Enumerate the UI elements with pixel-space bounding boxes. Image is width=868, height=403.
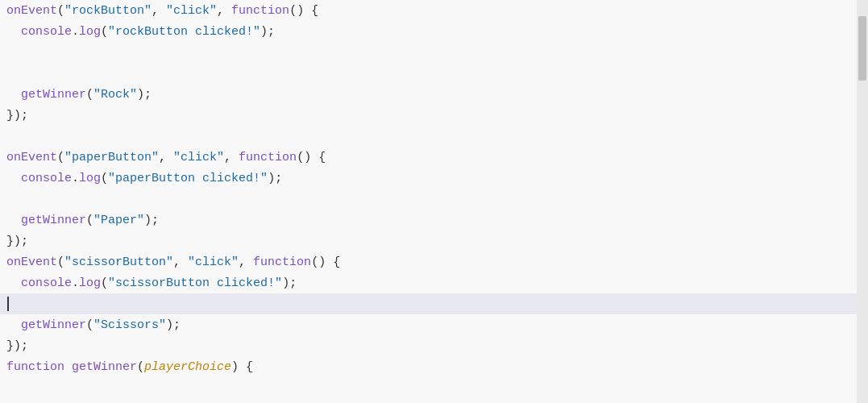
token-plain bbox=[6, 318, 21, 332]
token-kw-purple: console bbox=[21, 276, 72, 290]
code-line-11: getWinner("Paper"); bbox=[0, 210, 857, 231]
token-kw-purple: getWinner bbox=[21, 318, 86, 332]
token-plain: ( bbox=[101, 172, 108, 185]
scrollbar[interactable] bbox=[857, 0, 868, 403]
token-kw-purple: getWinner bbox=[72, 360, 137, 374]
code-line-1: onEvent("rockButton", "click", function(… bbox=[0, 0, 857, 21]
token-kw-purple: log bbox=[79, 276, 101, 290]
token-plain: ); bbox=[137, 88, 152, 102]
token-fn-purple: function bbox=[239, 151, 297, 164]
code-line-9: console.log("paperButton clicked!"); bbox=[0, 168, 857, 189]
token-plain: , bbox=[224, 151, 239, 164]
token-plain: ( bbox=[101, 25, 108, 39]
token-plain: , bbox=[159, 151, 173, 164]
code-line-4 bbox=[0, 63, 857, 84]
token-plain: . bbox=[72, 25, 79, 39]
token-plain: ( bbox=[86, 214, 93, 227]
code-line-15 bbox=[0, 293, 857, 314]
token-plain: ( bbox=[86, 318, 93, 332]
code-line-7 bbox=[0, 126, 857, 147]
code-line-3 bbox=[0, 42, 857, 63]
token-kw-purple: getWinner bbox=[21, 214, 86, 227]
token-plain: , bbox=[239, 256, 253, 269]
code-line-5: getWinner("Rock"); bbox=[0, 84, 857, 105]
token-str-blue: "rockButton clicked!" bbox=[108, 25, 260, 39]
code-content[interactable]: onEvent("rockButton", "click", function(… bbox=[0, 0, 857, 403]
token-str-blue: "rockButton" bbox=[64, 4, 152, 18]
token-kw-purple: onEvent bbox=[6, 256, 57, 269]
token-plain: () { bbox=[297, 151, 326, 164]
token-italic-orange: playerChoice bbox=[144, 360, 231, 374]
token-plain: , bbox=[152, 4, 166, 18]
token-str-blue: "paperButton" bbox=[64, 151, 159, 164]
token-plain bbox=[64, 360, 72, 374]
code-line-17: }); bbox=[0, 335, 857, 356]
token-kw-purple: console bbox=[21, 172, 72, 185]
token-kw-purple: log bbox=[79, 25, 101, 39]
token-plain: ); bbox=[260, 25, 275, 39]
token-kw-purple: getWinner bbox=[21, 88, 86, 102]
code-line-14: console.log("scissorButton clicked!"); bbox=[0, 272, 857, 293]
code-line-10 bbox=[0, 189, 857, 210]
code-line-8: onEvent("paperButton", "click", function… bbox=[0, 147, 857, 168]
token-str-blue: "click" bbox=[188, 256, 239, 269]
token-str-blue: "Scissors" bbox=[93, 318, 166, 332]
token-plain: ( bbox=[57, 4, 64, 18]
token-plain bbox=[6, 214, 21, 227]
code-line-13: onEvent("scissorButton", "click", functi… bbox=[0, 251, 857, 272]
token-kw-purple: onEvent bbox=[6, 151, 57, 164]
token-plain bbox=[6, 172, 21, 185]
token-str-blue: "Rock" bbox=[93, 88, 137, 102]
token-plain: , bbox=[217, 4, 231, 18]
token-str-blue: "Paper" bbox=[93, 214, 144, 227]
code-line-16: getWinner("Scissors"); bbox=[0, 314, 857, 335]
code-line-18: function getWinner(playerChoice) { bbox=[0, 356, 857, 377]
token-kw-purple: onEvent bbox=[6, 4, 57, 18]
token-plain: ( bbox=[57, 256, 64, 269]
code-line-12: }); bbox=[0, 231, 857, 251]
code-editor: onEvent("rockButton", "click", function(… bbox=[0, 0, 868, 403]
token-plain: }); bbox=[6, 235, 28, 248]
token-plain: ); bbox=[282, 276, 297, 290]
token-fn-purple: function bbox=[6, 360, 64, 374]
token-plain: ); bbox=[166, 318, 181, 332]
token-fn-purple: function bbox=[253, 256, 311, 269]
token-plain: ( bbox=[137, 360, 144, 374]
text-cursor bbox=[7, 297, 9, 311]
code-line-2: console.log("rockButton clicked!"); bbox=[0, 21, 857, 42]
token-plain bbox=[6, 25, 21, 39]
token-plain: ( bbox=[101, 276, 108, 290]
code-line-6: }); bbox=[0, 105, 857, 126]
token-str-blue: "click" bbox=[173, 151, 224, 164]
token-plain bbox=[6, 88, 21, 102]
token-plain bbox=[6, 276, 21, 290]
token-plain: () { bbox=[311, 256, 340, 269]
scrollbar-thumb[interactable] bbox=[858, 16, 866, 81]
token-plain: ) { bbox=[231, 360, 253, 374]
token-plain: ( bbox=[57, 151, 64, 164]
token-plain: ); bbox=[144, 214, 159, 227]
token-str-blue: "scissorButton" bbox=[64, 256, 173, 269]
token-fn-purple: function bbox=[231, 4, 289, 18]
token-plain: . bbox=[72, 276, 79, 290]
token-plain: }); bbox=[6, 109, 28, 123]
token-str-blue: "click" bbox=[166, 4, 217, 18]
token-plain: . bbox=[72, 172, 79, 185]
token-plain: }); bbox=[6, 339, 28, 353]
token-plain: () { bbox=[289, 4, 318, 18]
token-plain: , bbox=[173, 256, 188, 269]
token-plain: ( bbox=[86, 88, 93, 102]
token-str-blue: "paperButton clicked!" bbox=[108, 172, 268, 185]
token-kw-purple: log bbox=[79, 172, 101, 185]
token-plain: ); bbox=[268, 172, 282, 185]
token-str-blue: "scissorButton clicked!" bbox=[108, 276, 282, 290]
token-kw-purple: console bbox=[21, 25, 72, 39]
